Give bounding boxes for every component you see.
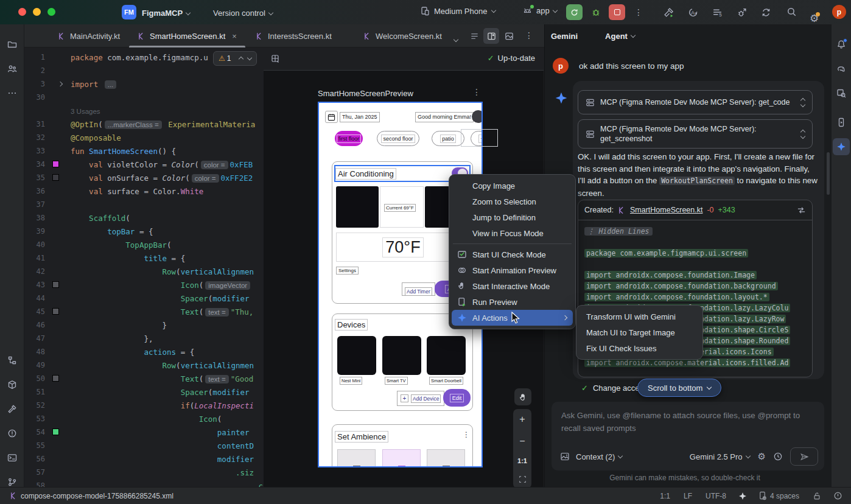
list-icon[interactable] <box>466 28 482 44</box>
tool-call-get-code[interactable]: MCP (Figma Remote Dev Mode MCP Server): … <box>578 90 813 114</box>
problems-icon[interactable] <box>4 425 21 442</box>
project-selector[interactable]: FigmaMCP <box>142 7 190 18</box>
hidden-lines-chip[interactable]: ⋮ Hidden Lines <box>584 227 653 236</box>
todo-list-icon[interactable]: 5 <box>712 7 723 18</box>
debug-button[interactable] <box>587 4 604 20</box>
tab-mainactivity[interactable]: MainActivity.kt <box>58 24 120 47</box>
scrollbar[interactable] <box>827 152 830 195</box>
code-line[interactable]: 52 if(LocalInspecti <box>24 399 263 412</box>
statusbar-file[interactable]: compose-compose-model-1758866285245.xml <box>10 492 173 500</box>
search-everywhere-icon[interactable] <box>786 7 797 17</box>
pan-hand-icon[interactable] <box>514 388 531 405</box>
more-tools-icon[interactable] <box>4 85 21 102</box>
code-line[interactable]: 32@Composable <box>24 131 263 144</box>
prev-issue-icon[interactable] <box>239 57 243 61</box>
device-tile[interactable] <box>382 336 421 375</box>
submenu-item-match-ui-to-target-image[interactable]: Match UI to Target Image <box>579 324 700 340</box>
code-line[interactable]: 48 actions = { <box>24 345 263 359</box>
submenu-item-transform-ui-with-gemini[interactable]: Transform UI with Gemini <box>579 309 700 324</box>
color-swatch[interactable] <box>52 429 59 435</box>
add-device-button[interactable]: + Add Device <box>397 391 444 406</box>
room-chip[interactable]: second floor <box>377 131 419 146</box>
notifications-bell-icon[interactable] <box>833 36 850 53</box>
line-ending[interactable]: LF <box>684 492 692 500</box>
more-run-actions-kebab-icon[interactable]: ⋮ <box>634 7 643 17</box>
context-selector[interactable]: Context (2) <box>576 452 622 461</box>
error-indicator-icon[interactable] <box>833 491 842 500</box>
code-line[interactable]: 31@OptIn(...markerClass = ExperimentalMa… <box>24 117 263 131</box>
profile-avatar[interactable] <box>472 110 483 123</box>
device-tile[interactable] <box>427 336 466 375</box>
close-tab-icon[interactable]: × <box>232 32 237 41</box>
gemini-settings-gear-icon[interactable]: ⚙ <box>758 451 766 462</box>
color-swatch[interactable] <box>52 375 59 382</box>
code-line[interactable]: 41 title = { <box>24 251 263 265</box>
gemini-spark-icon[interactable] <box>738 492 747 500</box>
code-line[interactable]: 54 painter <box>24 425 263 439</box>
preview-title[interactable]: SmartHomeScreenPreview <box>318 89 413 98</box>
code-line[interactable]: 55 contentD <box>24 439 263 452</box>
layout-inspector-icon[interactable] <box>833 85 850 102</box>
stop-button[interactable] <box>609 4 625 20</box>
code-line[interactable]: 51 Spacer(modifier <box>24 385 263 399</box>
next-issue-icon[interactable] <box>247 55 252 60</box>
sync-icon[interactable] <box>761 7 771 18</box>
code-line[interactable]: 56 modifier <box>24 452 263 466</box>
attach-image-icon[interactable] <box>560 452 570 461</box>
main-menu-version-control[interactable]: Version control <box>213 7 273 18</box>
submenu-item-fix-ui-check-issues[interactable]: Fix UI Check Issues <box>579 340 700 356</box>
color-swatch[interactable] <box>52 308 59 315</box>
gradle-icon[interactable] <box>833 60 850 77</box>
code-line[interactable]: 49 Row(verticalAlignmen <box>24 359 263 372</box>
tool-call-get-screenshot[interactable]: MCP (Figma Remote Dev Mode MCP Server): … <box>578 119 813 149</box>
fold-arrow-icon[interactable] <box>58 82 63 86</box>
code-line[interactable]: 50 Text(text ="Good <box>24 372 263 385</box>
code-line[interactable]: 38 Scaffold( <box>24 211 263 225</box>
project-folder-icon[interactable] <box>4 36 21 53</box>
preview-file-icon[interactable] <box>501 28 517 44</box>
menu-item-zoom-to-selection[interactable]: Zoom to Selection <box>452 194 573 209</box>
agent-mode-selector[interactable]: Agent <box>605 32 635 41</box>
device-selector[interactable]: Medium Phone <box>420 6 496 16</box>
packages-icon[interactable] <box>4 376 21 393</box>
rerun-button[interactable] <box>566 4 583 20</box>
ambience-tile[interactable] <box>427 449 465 467</box>
fit-to-screen-icon[interactable] <box>519 475 527 483</box>
code-line[interactable]: 37 <box>24 198 263 211</box>
code-line[interactable]: 3import ... <box>24 77 263 91</box>
ac-settings-label[interactable]: Settings <box>336 267 359 275</box>
menu-item-start-interactive-mode[interactable]: Start Interactive Mode <box>452 278 573 294</box>
zoom-in-icon[interactable]: + <box>519 414 525 425</box>
user-avatar[interactable]: p <box>832 5 846 19</box>
build-run-icon[interactable] <box>664 7 674 18</box>
terminal-icon[interactable] <box>4 449 21 466</box>
structure-icon[interactable] <box>4 352 21 369</box>
code-line[interactable]: 39 topBar = { <box>24 225 263 238</box>
prompt-input-card[interactable]: Ask Gemini, use @filename to attach sour… <box>552 402 824 471</box>
code-line[interactable]: 58 .cli <box>24 479 263 487</box>
room-chip[interactable]: first floor <box>335 131 363 146</box>
expand-chevron-icon[interactable] <box>801 99 805 107</box>
code-line[interactable]: 46 } <box>24 318 263 332</box>
tab-interestsscreen[interactable]: InterestsScreen.kt <box>256 24 332 47</box>
ambience-kebab-icon[interactable]: ⋮ <box>463 431 470 438</box>
gemini-spark-icon[interactable] <box>833 138 850 155</box>
close-window-button[interactable] <box>18 8 26 16</box>
code-line[interactable]: 2 <box>24 64 263 77</box>
expand-chevron-icon[interactable] <box>801 130 805 138</box>
device-tile[interactable] <box>337 336 376 375</box>
code-line[interactable]: 40 TopAppBar( <box>24 238 263 251</box>
code-line[interactable]: 34 val violetColor = Color(color =0xFEB <box>24 158 263 171</box>
minimize-window-button[interactable] <box>33 8 41 16</box>
code-line[interactable]: 57 .siz <box>24 466 263 479</box>
room-chip[interactable]: patio <box>432 131 464 146</box>
readonly-lock-icon[interactable] <box>813 492 821 500</box>
code-line[interactable]: 43 Icon(imageVector <box>24 278 263 292</box>
code-line[interactable]: 33fun SmartHomeScreen() { <box>24 144 263 158</box>
code-line[interactable]: 36 val surface = Color.White <box>24 184 263 198</box>
settings-gear-icon[interactable]: ⚙ <box>810 12 819 25</box>
ambience-tile[interactable] <box>337 449 376 467</box>
menu-item-copy-image[interactable]: Copy Image <box>452 178 573 194</box>
code-line[interactable]: 53 Icon( <box>24 412 263 425</box>
grid-view-icon[interactable] <box>271 54 281 64</box>
